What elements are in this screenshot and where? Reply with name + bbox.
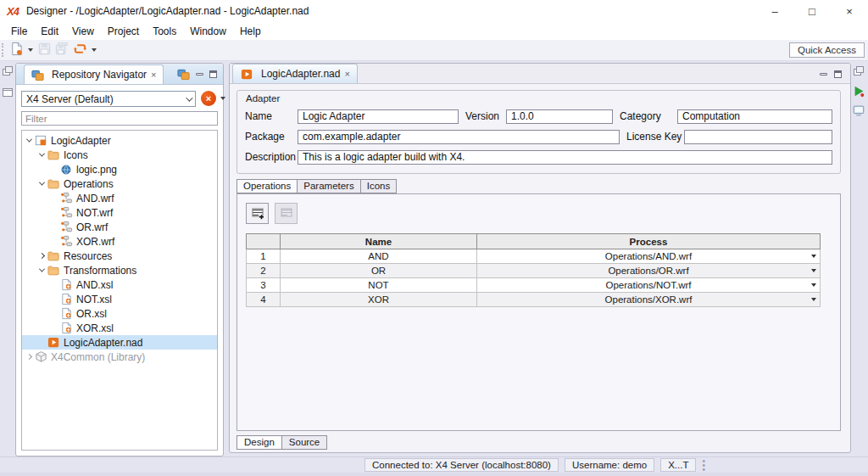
category-field[interactable] xyxy=(677,109,832,124)
menu-view[interactable]: View xyxy=(65,25,101,37)
name-field[interactable] xyxy=(298,109,459,124)
table-row[interactable]: 4XOROperations/XOR.wrf xyxy=(247,293,821,307)
add-operation-button[interactable] xyxy=(246,203,269,224)
restore-views-icon[interactable] xyxy=(1,64,14,78)
title-bar: X4 Designer - /LogicAdapter/LogicAdapter… xyxy=(0,0,868,22)
operation-name-cell[interactable]: AND xyxy=(281,249,477,264)
package-field[interactable] xyxy=(298,130,620,144)
chevron-right-icon[interactable] xyxy=(37,254,47,258)
menu-project[interactable]: Project xyxy=(101,25,146,37)
chevron-down-icon[interactable] xyxy=(25,138,34,143)
username-status: Username: demo xyxy=(565,458,654,472)
chevron-down-icon[interactable] xyxy=(811,298,816,301)
license-key-field[interactable] xyxy=(684,130,832,144)
menu-window[interactable]: Window xyxy=(183,25,233,37)
close-icon[interactable]: × xyxy=(344,69,349,79)
filter-input[interactable] xyxy=(21,111,218,126)
maximize-button[interactable]: □ xyxy=(793,0,831,22)
tree-item-icons[interactable]: Icons xyxy=(22,148,217,162)
tab-design[interactable]: Design xyxy=(236,435,282,450)
version-field[interactable] xyxy=(506,109,613,124)
operation-name-cell[interactable]: NOT xyxy=(281,278,477,293)
minimize-view-icon[interactable] xyxy=(196,73,203,76)
view-menu-icon[interactable] xyxy=(176,67,190,81)
folder-icon xyxy=(47,264,60,277)
tree-item-xor-wrf[interactable]: XOR.wrf xyxy=(22,234,217,249)
chevron-down-icon[interactable] xyxy=(37,268,47,272)
tree-item-label: LogicAdapter xyxy=(51,135,111,147)
tree-item-logic-png[interactable]: logic.png xyxy=(22,162,217,176)
table-row[interactable]: 1ANDOperations/AND.wrf xyxy=(247,249,821,264)
tree-item-or-wrf[interactable]: OR.wrf xyxy=(22,220,217,234)
tree-item-x4common-library[interactable]: X4Common (Library) xyxy=(22,350,217,364)
process-cell[interactable]: Operations/AND.wrf xyxy=(477,249,821,264)
menu-tools[interactable]: Tools xyxy=(146,25,183,37)
tree-item-and-wrf[interactable]: AND.wrf xyxy=(22,191,217,205)
editor-mode-tabs: DesignSource xyxy=(236,435,327,450)
tree-item-resources[interactable]: Resources xyxy=(22,249,217,263)
menu-file[interactable]: File xyxy=(4,25,34,37)
server-select[interactable]: X4 Server (Default) xyxy=(21,91,196,107)
tree-item-operations[interactable]: Operations xyxy=(22,176,217,191)
chevron-down-icon[interactable] xyxy=(37,153,47,157)
navigator-toolbar xyxy=(176,67,223,84)
description-field[interactable] xyxy=(298,150,832,165)
table-row[interactable]: 2OROperations/OR.wrf xyxy=(247,264,821,278)
category-label: Category xyxy=(620,110,677,122)
close-button[interactable]: × xyxy=(831,0,868,22)
tree-item-logicadapter[interactable]: LogicAdapter xyxy=(22,133,217,148)
minimize-button[interactable]: – xyxy=(756,0,793,22)
chevron-right-icon[interactable] xyxy=(25,355,34,359)
minimize-editor-icon[interactable] xyxy=(820,73,827,76)
menu-edit[interactable]: Edit xyxy=(34,25,65,37)
server-select-value: X4 Server (Default) xyxy=(26,93,114,105)
connection-status: Connected to: X4 Server (localhost:8080) xyxy=(364,458,559,472)
operation-name-cell[interactable]: XOR xyxy=(281,293,477,307)
disconnect-server-button[interactable]: × xyxy=(201,91,216,106)
tab-icons[interactable]: Icons xyxy=(360,179,398,193)
nad-icon xyxy=(47,336,60,350)
menu-help[interactable]: Help xyxy=(233,25,268,37)
chevron-down-icon[interactable] xyxy=(37,182,47,186)
chevron-down-icon[interactable] xyxy=(811,255,816,258)
new-file-button[interactable] xyxy=(8,42,25,59)
tab-repository-navigator[interactable]: Repository Navigator × xyxy=(24,64,164,84)
navigator-header: Repository Navigator × xyxy=(16,64,223,85)
new-file-dropdown-icon[interactable] xyxy=(28,48,33,52)
status-bar: Connected to: X4 Server (localhost:8080)… xyxy=(0,456,868,472)
tab-logicadapter-nad[interactable]: LogicAdapter.nad × xyxy=(232,64,358,83)
tree-item-transformations[interactable]: Transformations xyxy=(22,263,217,277)
minimized-view-icon[interactable] xyxy=(1,86,14,99)
tree-item-logicadapter-nad[interactable]: LogicAdapter.nad xyxy=(22,335,217,350)
maximize-editor-icon[interactable] xyxy=(834,70,842,78)
tree-item-not-wrf[interactable]: NOT.wrf xyxy=(22,205,217,220)
deploy-dropdown-icon[interactable] xyxy=(92,48,97,52)
table-row[interactable]: 3NOTOperations/NOT.wrf xyxy=(247,278,821,293)
maximize-view-icon[interactable] xyxy=(209,70,217,78)
adapter-section-tabs: OperationsParametersIcons xyxy=(236,179,397,193)
chevron-down-icon[interactable] xyxy=(811,283,816,287)
image-icon xyxy=(59,163,73,176)
close-icon[interactable]: × xyxy=(151,70,156,80)
tab-operations[interactable]: Operations xyxy=(236,179,298,193)
tab-source[interactable]: Source xyxy=(281,435,327,450)
toolbar-grip xyxy=(2,43,5,57)
edit-operation-button xyxy=(275,203,298,224)
chevron-down-icon[interactable] xyxy=(811,269,816,272)
operation-name-cell[interactable]: OR xyxy=(281,264,477,278)
tree-item-not-xsl[interactable]: NOT.xsl xyxy=(22,292,217,306)
deploy-button[interactable] xyxy=(71,42,89,59)
process-cell[interactable]: Operations/OR.wrf xyxy=(477,264,821,278)
process-cell[interactable]: Operations/NOT.wrf xyxy=(477,278,821,293)
tree-item-xor-xsl[interactable]: XOR.xsl xyxy=(22,321,217,335)
process-cell[interactable]: Operations/XOR.wrf xyxy=(477,293,821,307)
views-stack-icon[interactable] xyxy=(852,64,865,78)
quick-access-button[interactable]: Quick Access xyxy=(789,42,865,58)
run-icon[interactable] xyxy=(852,84,865,98)
chevron-down-icon xyxy=(186,94,192,101)
server-menu-dropdown-icon[interactable] xyxy=(220,97,225,100)
tab-parameters[interactable]: Parameters xyxy=(297,179,360,193)
console-icon[interactable] xyxy=(852,104,865,117)
tree-item-and-xsl[interactable]: AND.xsl xyxy=(22,277,217,292)
tree-item-or-xsl[interactable]: OR.xsl xyxy=(22,306,217,321)
